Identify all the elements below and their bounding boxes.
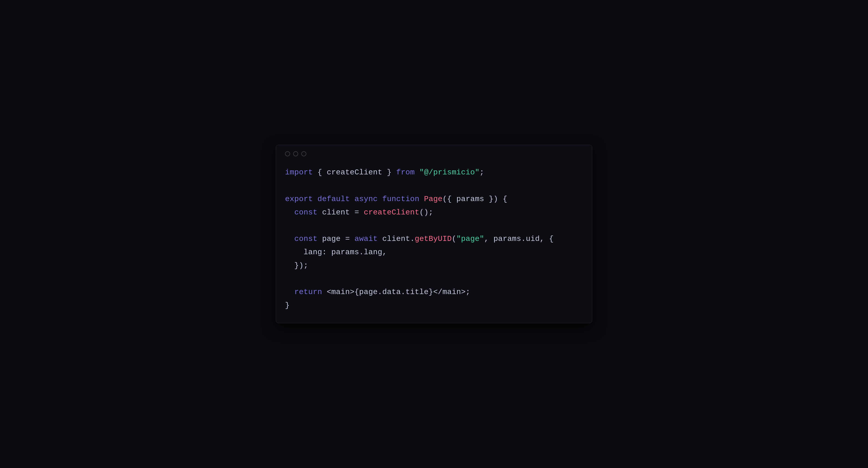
code-token: { — [313, 168, 327, 177]
code-token: client — [378, 235, 410, 243]
code-token: }) { — [484, 195, 507, 203]
code-token: "@/prismicio" — [419, 168, 479, 177]
code-line-empty — [285, 219, 583, 232]
code-line: } — [285, 299, 583, 312]
code-window: import { createClient } from "@/prismici… — [276, 145, 592, 323]
window-dot-minimize — [293, 151, 298, 156]
code-token: from — [396, 168, 415, 177]
code-token: } — [382, 168, 396, 177]
code-token: lang: params.lang, — [285, 248, 387, 257]
window-titlebar — [285, 151, 583, 156]
code-token: async — [354, 195, 377, 203]
code-token: }); — [285, 261, 308, 270]
code-token: , params.uid, { — [484, 235, 554, 243]
code-token — [350, 195, 355, 203]
code-line: lang: params.lang, — [285, 246, 583, 259]
code-token: const — [285, 208, 317, 217]
code-token: getByUID — [415, 235, 452, 243]
code-token: client = — [317, 208, 364, 217]
code-token: default — [317, 195, 350, 203]
code-token: const — [285, 235, 317, 243]
code-token: import — [285, 168, 313, 177]
code-token: ; — [479, 168, 484, 177]
code-line: }); — [285, 259, 583, 272]
code-token: page = — [317, 235, 354, 243]
code-token: <main>{page.data.title}</main>; — [322, 288, 470, 296]
code-line-empty — [285, 179, 583, 193]
code-line: import { createClient } from "@/prismici… — [285, 166, 583, 179]
code-line: const client = createClient(); — [285, 206, 583, 219]
code-token: function — [382, 195, 419, 203]
code-block: import { createClient } from "@/prismici… — [285, 166, 583, 312]
code-token: (); — [419, 208, 433, 217]
code-line-empty — [285, 272, 583, 286]
code-token: ( — [452, 235, 457, 243]
window-dot-close — [285, 151, 290, 156]
code-token: return — [285, 288, 322, 296]
code-token: . — [410, 235, 415, 243]
code-token: await — [354, 235, 377, 243]
code-token: params — [456, 195, 484, 203]
code-line: export default async function Page({ par… — [285, 193, 583, 206]
code-token — [419, 195, 424, 203]
code-token: ({ — [442, 195, 456, 203]
code-token: createClient — [327, 168, 382, 177]
code-token — [378, 195, 382, 203]
code-token — [313, 195, 318, 203]
code-token: "page" — [456, 235, 484, 243]
window-dot-maximize — [301, 151, 306, 156]
code-token: } — [285, 301, 290, 310]
code-line: const page = await client.getByUID("page… — [285, 232, 583, 246]
code-token: Page — [424, 195, 442, 203]
code-token: export — [285, 195, 313, 203]
code-line: return <main>{page.data.title}</main>; — [285, 286, 583, 299]
code-token: createClient — [364, 208, 419, 217]
code-token — [415, 168, 420, 177]
